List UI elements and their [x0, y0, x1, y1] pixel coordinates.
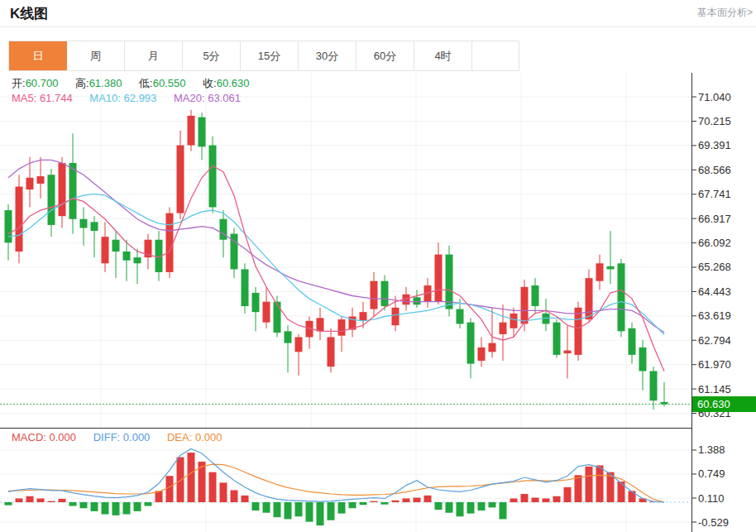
- current-price-tag: 60.630: [692, 396, 756, 412]
- high-value: 61.380: [89, 77, 122, 89]
- tab-60min[interactable]: 60分: [356, 41, 414, 70]
- kline-page: K线图 基本面分析> 日 周 月 5分 15分 30分 60分 4时 71.04…: [0, 0, 756, 532]
- tab-day[interactable]: 日: [9, 41, 67, 70]
- dea-value: 0.000: [195, 431, 222, 443]
- macd-value: 0.000: [50, 431, 77, 443]
- open-value: 60.700: [26, 77, 59, 89]
- svg-text:-0.529: -0.529: [698, 516, 729, 529]
- macd-legend: MACD: 0.000 DIFF: 0.000 DEA: 0.000: [12, 431, 237, 443]
- low-value: 60.550: [153, 77, 186, 89]
- diff-label: DIFF:: [93, 431, 121, 443]
- low-label: 低:: [139, 77, 153, 89]
- close-value: 60.630: [217, 77, 250, 89]
- svg-text:71.040: 71.040: [698, 91, 731, 103]
- dea-label: DEA:: [167, 431, 192, 443]
- tab-week[interactable]: 周: [67, 41, 125, 70]
- ma5-label: MA5:: [12, 92, 36, 104]
- svg-text:69.391: 69.391: [698, 139, 731, 151]
- svg-text:68.566: 68.566: [698, 164, 731, 176]
- period-tabbar: 日 周 月 5分 15分 30分 60分 4时: [8, 41, 519, 71]
- ma20-label: MA20:: [174, 92, 205, 104]
- svg-text:1.388: 1.388: [698, 443, 725, 456]
- svg-text:62.794: 62.794: [698, 334, 731, 347]
- svg-text:65.268: 65.268: [698, 261, 731, 273]
- tab-15min[interactable]: 15分: [241, 41, 299, 70]
- high-label: 高:: [75, 77, 89, 89]
- ma10-value: 62.993: [124, 92, 157, 104]
- ohlc-legend: 开:60.700 高:61.380 低:60.550 收:60.630: [12, 76, 263, 91]
- svg-text:70.215: 70.215: [698, 115, 731, 127]
- svg-text:61.970: 61.970: [698, 358, 731, 371]
- svg-text:0.749: 0.749: [698, 467, 725, 480]
- ma10-label: MA10:: [89, 92, 121, 104]
- svg-text:0.110: 0.110: [698, 492, 725, 505]
- diff-value: 0.000: [123, 431, 151, 443]
- svg-text:66.092: 66.092: [698, 237, 731, 249]
- tab-30min[interactable]: 30分: [299, 41, 356, 70]
- ma20-value: 63.061: [208, 92, 241, 104]
- svg-text:63.619: 63.619: [698, 309, 731, 322]
- tab-5min[interactable]: 5分: [183, 41, 241, 70]
- tab-month[interactable]: 月: [125, 41, 183, 70]
- tabbar-filler: [472, 41, 519, 70]
- svg-text:67.741: 67.741: [698, 188, 731, 200]
- svg-text:66.917: 66.917: [698, 213, 731, 225]
- macd-label: MACD:: [12, 431, 46, 443]
- ma-lines: [8, 160, 664, 371]
- macd-layer: [0, 449, 691, 526]
- open-label: 开:: [12, 77, 26, 89]
- ma5-value: 61.744: [40, 92, 73, 104]
- svg-text:64.443: 64.443: [698, 285, 731, 298]
- close-label: 收:: [203, 77, 217, 89]
- svg-text:60.630: 60.630: [697, 398, 730, 410]
- ma-legend: MA5: 61.744 MA10: 62.993 MA20: 63.061: [12, 92, 255, 104]
- svg-text:61.145: 61.145: [698, 383, 731, 395]
- tab-4hour[interactable]: 4时: [414, 41, 472, 70]
